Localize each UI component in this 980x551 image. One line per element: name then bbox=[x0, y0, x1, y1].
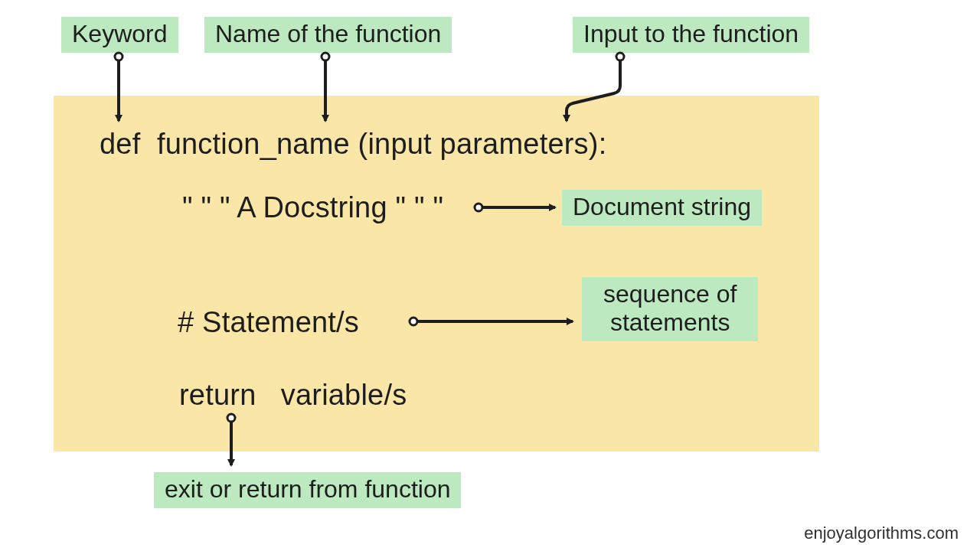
label-return: exit or return from function bbox=[154, 472, 461, 508]
code-signature: def function_name (input parameters): bbox=[100, 128, 606, 161]
label-statements-line2: statements bbox=[610, 308, 730, 336]
svg-point-2 bbox=[322, 53, 329, 60]
label-document-string: Document string bbox=[562, 190, 762, 226]
label-statements-line1: sequence of bbox=[603, 280, 737, 308]
label-function-name: Name of the function bbox=[204, 17, 452, 53]
code-docstring: " " " A Docstring " " " bbox=[182, 191, 443, 224]
diagram-stage: def function_name (input parameters): " … bbox=[0, 0, 980, 551]
code-statements: # Statement/s bbox=[178, 306, 359, 339]
code-return: return variable/s bbox=[179, 379, 407, 412]
label-input-to-function: Input to the function bbox=[573, 17, 809, 53]
label-keyword: Keyword bbox=[61, 17, 178, 53]
svg-point-0 bbox=[115, 53, 122, 60]
footer-credit: enjoyalgorithms.com bbox=[804, 523, 959, 543]
svg-point-4 bbox=[616, 53, 624, 60]
